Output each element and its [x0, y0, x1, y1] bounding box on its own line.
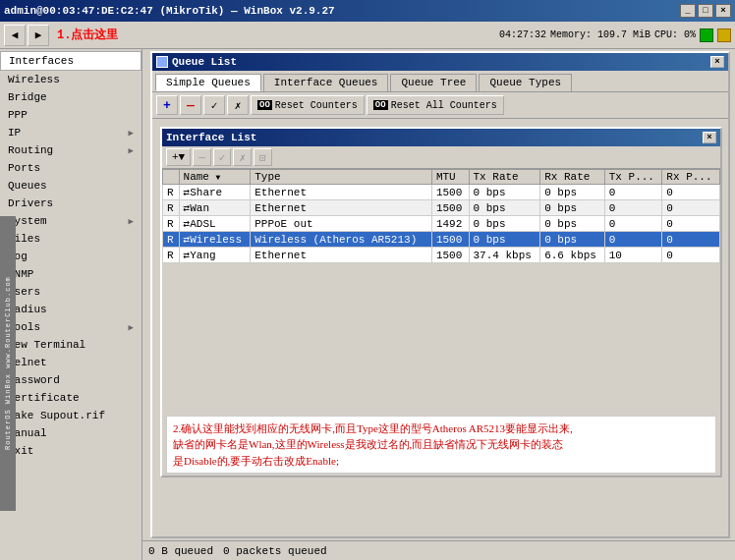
row-tx-p: 10 — [604, 248, 662, 263]
sidebar-label-queues: Queues — [8, 180, 47, 192]
row-rx-p: 0 — [662, 216, 720, 232]
sidebar-item-telnet[interactable]: Telnet — [0, 354, 141, 371]
sidebar-item-bridge[interactable]: Bridge — [0, 88, 141, 106]
sidebar-item-manual[interactable]: Manual — [0, 424, 141, 442]
sidebar-label-ip: IP — [8, 127, 21, 139]
queue-reset-counters-button[interactable]: OO Reset Counters — [251, 95, 365, 115]
queue-reset-all-counters-button[interactable]: OO Reset All Counters — [367, 95, 504, 115]
iface-copy-button[interactable]: ⊡ — [254, 148, 272, 166]
row-name: ⇄Share — [179, 185, 251, 200]
annotation-line1: 2.确认这里能找到相应的无线网卡,而且Type这里的型号Atheros AR52… — [173, 422, 573, 434]
sidebar-item-users[interactable]: Users — [0, 283, 141, 301]
row-tx-rate: 0 bps — [469, 200, 540, 216]
sidebar-item-password[interactable]: Password — [0, 371, 141, 389]
sidebar-item-certificate[interactable]: Certificate — [0, 389, 141, 407]
col-name[interactable]: Name ▼ — [179, 170, 251, 185]
sidebar-label-routing: Routing — [8, 144, 53, 156]
queue-window-titlebar: Queue List × — [152, 53, 728, 71]
iface-window-title: Interface List — [166, 132, 256, 143]
row-rx-p: 0 — [662, 232, 720, 248]
queue-window-close[interactable]: × — [710, 56, 724, 68]
sidebar-item-log[interactable]: Log — [0, 248, 141, 265]
sidebar-item-queues[interactable]: Queues — [0, 177, 141, 195]
row-tx-p: 0 — [604, 216, 662, 232]
queue-tabs-row: Simple Queues Interface Queues Queue Tre… — [152, 71, 728, 92]
tab-simple-queues[interactable]: Simple Queues — [155, 74, 261, 91]
iface-add-button[interactable]: +▼ — [166, 148, 191, 166]
sidebar-item-files[interactable]: Files — [0, 230, 141, 248]
queue-add-button[interactable]: + — [156, 95, 178, 115]
table-row[interactable]: R ⇄ADSL PPPoE out 1492 0 bps 0 bps 0 0 — [163, 216, 720, 232]
status-area: 04:27:32 Memory: 109.7 MiB CPU: 0% — [499, 28, 731, 42]
iface-cross-button[interactable]: ✗ — [233, 148, 252, 166]
window-title: admin@00:03:47:DE:C2:47 (MikroTik) — Win… — [4, 5, 335, 17]
row-rx-rate: 0 bps — [540, 232, 605, 248]
queue-remove-button[interactable]: — — [180, 95, 201, 115]
col-rx-rate[interactable]: Rx Rate — [540, 170, 605, 185]
iface-remove-button[interactable]: — — [193, 148, 211, 166]
minimize-button[interactable]: _ — [680, 4, 696, 18]
main-toolbar: ◀ ▶ 1.点击这里 04:27:32 Memory: 109.7 MiB CP… — [0, 22, 735, 49]
iface-window-close[interactable]: × — [703, 132, 716, 143]
row-flag: R — [163, 216, 180, 232]
table-row[interactable]: R ⇄Share Ethernet 1500 0 bps 0 bps 0 0 — [163, 185, 720, 200]
sidebar-item-tools[interactable]: Tools ▶ — [0, 318, 141, 336]
click-hint: 1.点击这里 — [57, 27, 118, 43]
table-row-wireless[interactable]: R ⇄Wireless Wireless (Atheros AR5213) 15… — [163, 232, 720, 248]
row-rx-rate: 0 bps — [540, 216, 605, 232]
sidebar-label-ppp: PPP — [8, 109, 28, 121]
col-mtu[interactable]: MTU — [431, 170, 469, 185]
status-green-indicator — [700, 28, 713, 42]
annotation-line2: 缺省的网卡名是Wlan,这里的Wireless是我改过名的,而且缺省情况下无线网… — [173, 438, 563, 450]
sidebar-item-system[interactable]: System ▶ — [0, 212, 141, 230]
interface-table-scroll[interactable]: Name ▼ Type MTU Tx Rate Rx Rate Tx P... … — [162, 169, 720, 263]
close-button[interactable]: × — [715, 4, 731, 18]
sidebar-item-ip[interactable]: IP ▶ — [0, 124, 141, 141]
table-row[interactable]: R ⇄Wan Ethernet 1500 0 bps 0 bps 0 0 — [163, 200, 720, 216]
tab-interface-queues[interactable]: Interface Queues — [263, 74, 389, 91]
sidebar-item-interfaces[interactable]: Interfaces — [0, 51, 141, 71]
sidebar-item-ports[interactable]: Ports — [0, 159, 141, 177]
oo-badge-2: OO — [373, 100, 388, 110]
memory-display: Memory: 109.7 MiB — [550, 29, 650, 40]
sidebar-item-wireless[interactable]: Wireless — [0, 71, 141, 88]
sidebar-label-certificate: Certificate — [8, 392, 80, 404]
sidebar-item-ppp[interactable]: PPP — [0, 106, 141, 124]
watermark-text: RouterOS WinBox www.RouterClub.com — [0, 216, 16, 511]
row-type: Ethernet — [251, 248, 432, 263]
col-tx-p[interactable]: Tx P... — [604, 170, 662, 185]
row-name: ⇄Wireless — [179, 232, 251, 248]
queue-window-title: Queue List — [172, 56, 237, 68]
queued-bytes: 0 B queued — [148, 545, 213, 557]
reset-all-counters-label: Reset All Counters — [391, 100, 497, 111]
sidebar-item-snmp[interactable]: SNMP — [0, 265, 141, 283]
sidebar-item-make-supout[interactable]: Make Supout.rif — [0, 407, 141, 424]
sidebar-label-wireless: Wireless — [8, 74, 60, 85]
col-rx-p[interactable]: Rx P... — [662, 170, 720, 185]
row-rx-p: 0 — [662, 185, 720, 200]
content-area: Queue List × Simple Queues Interface Que… — [142, 49, 735, 560]
sidebar-item-new-terminal[interactable]: New Terminal — [0, 336, 141, 354]
status-yellow-indicator — [717, 28, 731, 42]
maximize-button[interactable]: □ — [698, 4, 713, 18]
row-name: ⇄Wan — [179, 200, 251, 216]
back-button[interactable]: ◀ — [4, 25, 26, 46]
sidebar-item-routing[interactable]: Routing ▶ — [0, 141, 141, 159]
queue-window-icon — [156, 56, 168, 68]
cpu-display: CPU: 0% — [654, 29, 696, 40]
iface-check-button[interactable]: ✓ — [213, 148, 232, 166]
table-row[interactable]: R ⇄Yang Ethernet 1500 37.4 kbps 6.6 kbps… — [163, 248, 720, 263]
sidebar: Interfaces Wireless Bridge PPP IP ▶ Rout… — [0, 49, 142, 560]
table-header-row: Name ▼ Type MTU Tx Rate Rx Rate Tx P... … — [163, 170, 720, 185]
queue-check-button[interactable]: ✓ — [203, 95, 225, 115]
sidebar-item-radius[interactable]: Radius — [0, 301, 141, 318]
tab-queue-tree[interactable]: Queue Tree — [390, 74, 477, 91]
sidebar-item-exit[interactable]: Exit — [0, 442, 141, 460]
sidebar-item-drivers[interactable]: Drivers — [0, 195, 141, 212]
row-flag: R — [163, 185, 180, 200]
forward-button[interactable]: ▶ — [28, 25, 49, 46]
tab-queue-types[interactable]: Queue Types — [479, 74, 572, 91]
queue-cross-button[interactable]: ✗ — [227, 95, 249, 115]
col-type[interactable]: Type — [251, 170, 432, 185]
col-tx-rate[interactable]: Tx Rate — [469, 170, 540, 185]
